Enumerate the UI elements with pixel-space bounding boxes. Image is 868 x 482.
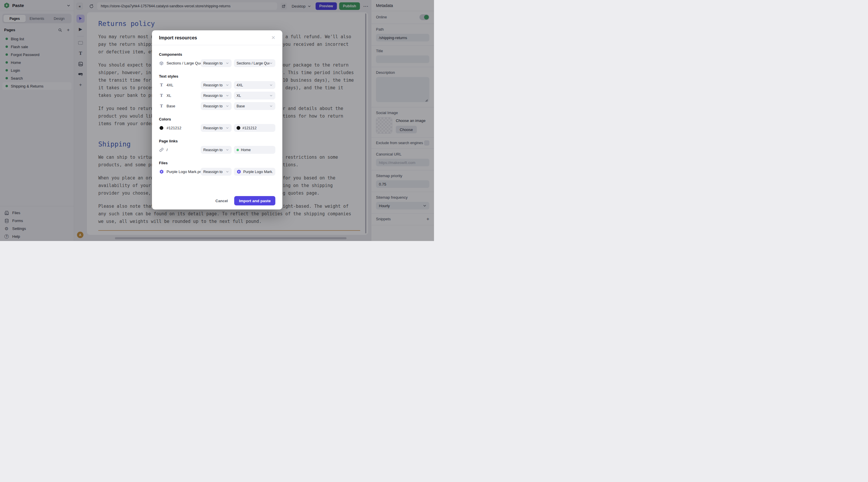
reassign-select[interactable]: Reassign to: [201, 124, 231, 132]
chevron-down-icon: [226, 62, 229, 65]
target-select-value: Sections / Large Quote: [237, 61, 270, 65]
chevron-down-icon: [270, 94, 273, 97]
resource-row: Sections / Large QuoteReassign toSection…: [159, 59, 275, 67]
reassign-select[interactable]: Reassign to: [201, 81, 231, 89]
modal-section-heading: Colors: [159, 117, 275, 121]
chevron-down-icon: [226, 126, 229, 129]
color-swatch-icon: [237, 126, 240, 130]
resource-row: TBaseReassign toBase: [159, 102, 275, 110]
close-icon[interactable]: ✕: [270, 34, 277, 41]
target-select[interactable]: Home: [234, 146, 275, 154]
chevron-down-icon: [226, 84, 229, 87]
text-style-icon: T: [159, 83, 164, 88]
color-swatch-icon: [159, 126, 163, 130]
modal-section-heading: Text styles: [159, 74, 275, 79]
chevron-down-icon: [226, 94, 229, 97]
target-select-value: 4XL: [237, 83, 270, 87]
reassign-select-value: Reassign to: [203, 104, 222, 108]
target-select[interactable]: Base: [234, 102, 275, 110]
chevron-down-icon: [270, 62, 273, 65]
resource-label: /: [166, 148, 201, 152]
target-select[interactable]: #121212: [234, 124, 275, 132]
resource-label: Base: [166, 104, 201, 108]
modal-section-heading: Page links: [159, 139, 275, 143]
target-select-value: XL: [237, 94, 270, 98]
reassign-select-value: Reassign to: [203, 126, 222, 130]
component-cube-icon: [159, 61, 164, 66]
file-logo-icon: [159, 169, 164, 174]
resource-label: Sections / Large Quote: [166, 61, 201, 65]
chevron-down-icon: [226, 170, 229, 173]
target-select[interactable]: 4XL: [234, 81, 275, 89]
import-and-paste-button[interactable]: Import and paste: [234, 196, 275, 205]
reassign-select-value: Reassign to: [203, 83, 222, 87]
modal-section-heading: Files: [159, 161, 275, 165]
target-select-value: #121212: [242, 126, 273, 130]
target-select-value: Home: [241, 148, 273, 152]
text-style-icon: T: [159, 93, 164, 98]
resource-row: #121212Reassign to#121212: [159, 124, 275, 132]
chevron-down-icon: [270, 84, 273, 87]
chevron-down-icon: [226, 148, 229, 151]
cancel-button[interactable]: Cancel: [216, 199, 228, 203]
target-select-value: Base: [237, 104, 270, 108]
resource-row: Purple Logo Mark.pngReassign toPurple Lo…: [159, 168, 275, 176]
target-select[interactable]: Sections / Large Quote: [234, 59, 275, 67]
reassign-select[interactable]: Reassign to: [201, 59, 231, 67]
reassign-select-value: Reassign to: [203, 94, 222, 98]
resource-label: 4XL: [166, 83, 201, 87]
reassign-select-value: Reassign to: [203, 61, 222, 65]
chevron-down-icon: [270, 104, 273, 108]
resource-row: TXLReassign toXL: [159, 92, 275, 99]
color-swatch-icon: [159, 126, 164, 130]
modal-title: Import resources: [159, 35, 197, 40]
import-resources-modal: Import resources ✕ ComponentsSections / …: [152, 30, 282, 210]
resource-row: /Reassign toHome: [159, 146, 275, 154]
target-select-value: Purple Logo Mark.png: [243, 170, 273, 174]
file-logo-icon: [237, 169, 241, 174]
reassign-select[interactable]: Reassign to: [201, 102, 231, 110]
reassign-select[interactable]: Reassign to: [201, 168, 231, 176]
resource-row: T4XLReassign to4XL: [159, 81, 275, 89]
resource-label: #121212: [166, 126, 201, 130]
resource-label: Purple Logo Mark.png: [166, 170, 201, 174]
resource-label: XL: [166, 93, 201, 98]
reassign-select-value: Reassign to: [203, 148, 222, 152]
reassign-select-value: Reassign to: [203, 170, 222, 174]
chevron-down-icon: [226, 104, 229, 108]
target-select[interactable]: Purple Logo Mark.png: [234, 168, 275, 176]
text-style-icon: T: [159, 103, 164, 109]
target-select[interactable]: XL: [234, 92, 275, 99]
page-status-dot: [237, 149, 239, 151]
modal-section-heading: Components: [159, 52, 275, 57]
reassign-select[interactable]: Reassign to: [201, 146, 231, 154]
reassign-select[interactable]: Reassign to: [201, 92, 231, 99]
link-icon: [159, 148, 164, 152]
